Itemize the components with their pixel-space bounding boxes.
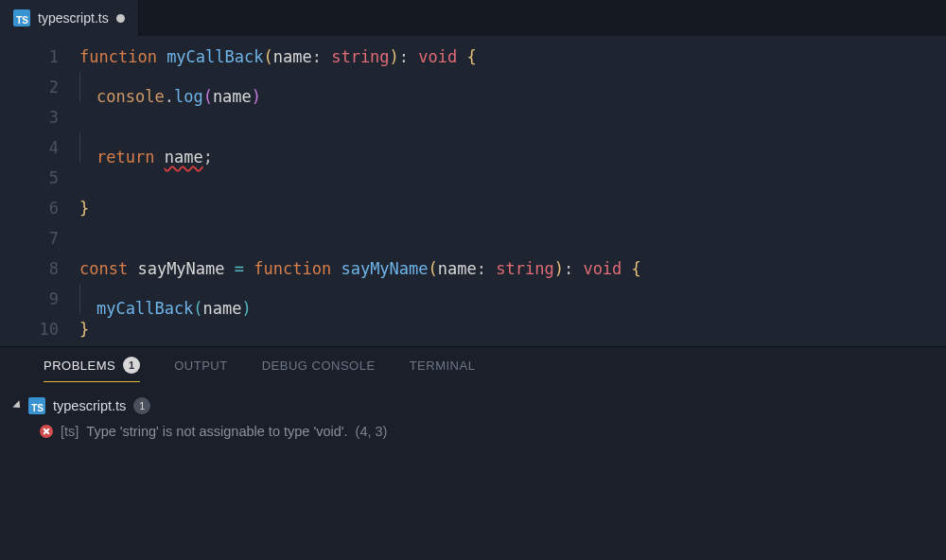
tab-debug-console[interactable]: DEBUG CONSOLE	[262, 359, 376, 380]
file-error-count-badge: 1	[133, 397, 150, 414]
problem-message: Type 'string' is not assignable to type …	[86, 424, 347, 439]
problem-item[interactable]: [ts] Type 'string' is not assignable to …	[9, 418, 937, 445]
code-line[interactable]: return name;	[79, 132, 946, 163]
tab-terminal-label: TERMINAL	[410, 359, 476, 373]
ts-file-icon: TS	[13, 9, 30, 26]
problem-source: [ts]	[61, 424, 79, 439]
tab-output[interactable]: OUTPUT	[174, 359, 227, 380]
code-line[interactable]	[79, 223, 946, 254]
problem-location: (4, 3)	[356, 424, 388, 439]
code-line[interactable]: const sayMyName = function sayMyName(nam…	[79, 254, 946, 284]
ts-file-icon: TS	[28, 397, 45, 414]
code-line[interactable]	[79, 163, 946, 193]
error-icon	[40, 425, 53, 438]
code-editor[interactable]: 12345678910 function myCallBack(name: st…	[0, 36, 946, 346]
editor-tab[interactable]: TS typescript.ts	[0, 0, 139, 36]
tab-debug-label: DEBUG CONSOLE	[262, 359, 376, 373]
tab-filename: typescript.ts	[38, 10, 109, 26]
line-number-gutter: 12345678910	[0, 42, 79, 346]
problems-count-badge: 1	[123, 357, 140, 374]
problems-file-name: typescript.ts	[53, 398, 126, 413]
code-line[interactable]: }	[79, 314, 946, 344]
bottom-panel: PROBLEMS 1 OUTPUT DEBUG CONSOLE TERMINAL…	[0, 346, 946, 560]
tab-terminal[interactable]: TERMINAL	[410, 359, 476, 380]
code-line[interactable]: }	[79, 193, 946, 223]
panel-tab-bar: PROBLEMS 1 OUTPUT DEBUG CONSOLE TERMINAL	[0, 347, 946, 382]
dirty-indicator-icon	[116, 14, 125, 23]
code-line[interactable]	[79, 102, 946, 132]
code-line[interactable]: console.log(name)	[79, 72, 946, 102]
code-content[interactable]: function myCallBack(name: string): void …	[79, 42, 946, 344]
problems-list: TS typescript.ts 1 [ts] Type 'string' is…	[0, 382, 946, 445]
tab-problems-label: PROBLEMS	[44, 359, 115, 373]
code-line[interactable]: myCallBack(name)	[79, 284, 946, 314]
tab-problems[interactable]: PROBLEMS 1	[44, 357, 140, 382]
tab-output-label: OUTPUT	[174, 359, 227, 373]
expand-icon	[12, 400, 23, 411]
code-line[interactable]: function myCallBack(name: string): void …	[79, 42, 946, 72]
problems-file-row[interactable]: TS typescript.ts 1	[9, 394, 937, 418]
tab-bar: TS typescript.ts	[0, 0, 946, 36]
